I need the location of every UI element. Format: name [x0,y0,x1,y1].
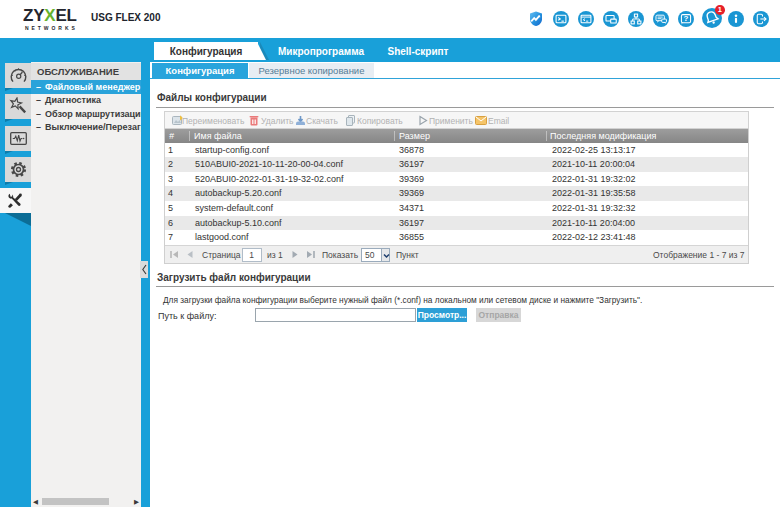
svg-text:?: ? [684,14,689,23]
